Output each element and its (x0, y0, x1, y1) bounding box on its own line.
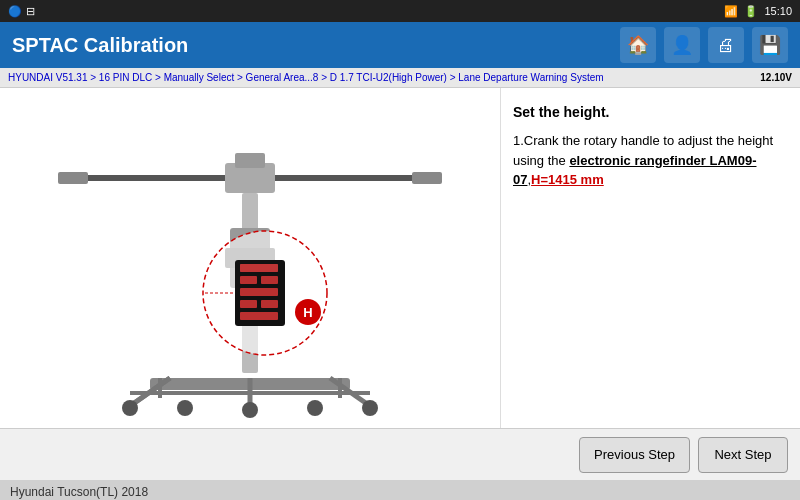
previous-step-button[interactable]: Previous Step (579, 437, 690, 473)
main-content: H Set the height. 1.Crank the rotary han… (0, 88, 800, 428)
svg-point-16 (307, 400, 323, 416)
extra-icon: ⊟ (26, 5, 35, 18)
svg-rect-26 (261, 276, 278, 284)
print-button[interactable]: 🖨 (708, 27, 744, 63)
svg-rect-24 (240, 264, 278, 272)
nav-icons: 🏠 👤 🖨 💾 (620, 27, 788, 63)
svg-rect-30 (240, 312, 278, 320)
svg-text:H: H (303, 305, 312, 320)
svg-point-15 (177, 400, 193, 416)
svg-rect-29 (261, 300, 278, 308)
voltage-display: 12.10V (760, 72, 792, 83)
footer: Hyundai Tucson(TL) 2018 (0, 480, 800, 500)
status-left: 🔵 ⊟ (8, 5, 35, 18)
bt-icon: 🔵 (8, 5, 22, 18)
breadcrumb-text: HYUNDAI V51.31 > 16 PIN DLC > Manually S… (8, 72, 604, 83)
wifi-icon: 📶 (724, 5, 738, 18)
status-bar: 🔵 ⊟ 📶 🔋 15:10 (0, 0, 800, 22)
instructions-panel: Set the height. 1.Crank the rotary handl… (500, 88, 800, 428)
svg-point-14 (362, 400, 378, 416)
diagram-area: H (0, 88, 500, 428)
instruction-title: Set the height. (513, 102, 788, 123)
button-row: Previous Step Next Step (0, 428, 800, 480)
svg-rect-27 (240, 288, 278, 296)
next-step-button[interactable]: Next Step (698, 437, 788, 473)
app-title: SPTAC Calibration (12, 34, 610, 57)
battery-icon: 🔋 (744, 5, 758, 18)
svg-point-17 (242, 402, 258, 418)
svg-rect-28 (240, 300, 257, 308)
calibration-diagram: H (30, 98, 470, 418)
status-right: 📶 🔋 15:10 (724, 5, 792, 18)
svg-point-13 (122, 400, 138, 416)
save-button[interactable]: 💾 (752, 27, 788, 63)
breadcrumb: HYUNDAI V51.31 > 16 PIN DLC > Manually S… (0, 68, 800, 88)
svg-rect-4 (235, 153, 265, 168)
svg-rect-1 (58, 172, 88, 184)
instruction-text: 1.Crank the rotary handle to adjust the … (513, 131, 788, 190)
time-display: 15:10 (764, 5, 792, 17)
svg-rect-2 (412, 172, 442, 184)
svg-rect-25 (240, 276, 257, 284)
vehicle-info: Hyundai Tucson(TL) 2018 (10, 485, 148, 499)
home-button[interactable]: 🏠 (620, 27, 656, 63)
header: SPTAC Calibration 🏠 👤 🖨 💾 (0, 22, 800, 68)
height-value: H=1415 mm (531, 172, 604, 187)
profile-button[interactable]: 👤 (664, 27, 700, 63)
